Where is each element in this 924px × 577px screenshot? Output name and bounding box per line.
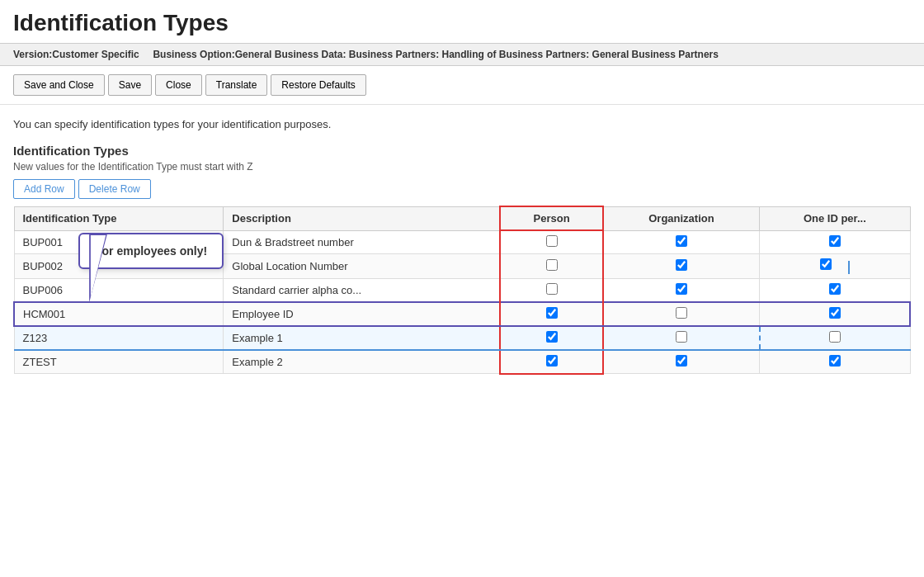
cell-organization[interactable] <box>603 326 760 350</box>
callout-container: For employees only! <box>78 233 224 269</box>
page-title: Identification Types <box>0 0 924 43</box>
table-row: ZTESTExample 2 <box>14 350 910 374</box>
intro-text: You can specify identification types for… <box>13 118 911 130</box>
checkbox-person[interactable] <box>546 235 558 247</box>
cell-description: Standard carrier alpha co... <box>224 278 501 302</box>
callout-arrow-icon <box>78 233 136 307</box>
checkbox-organization[interactable] <box>676 331 687 343</box>
section-title: Identification Types <box>13 144 911 158</box>
cell-organization[interactable] <box>603 350 760 374</box>
sub-note: New values for the Identification Type m… <box>13 161 911 173</box>
checkbox-organization[interactable] <box>676 235 687 247</box>
delete-row-button[interactable]: Delete Row <box>78 179 151 199</box>
col-header-one-id: One ID per... <box>760 206 910 230</box>
cell-person[interactable] <box>500 278 602 302</box>
checkbox-one-id[interactable] <box>829 307 841 319</box>
version-label: Version: <box>13 49 52 60</box>
checkbox-one-id[interactable] <box>829 331 841 343</box>
checkbox-organization[interactable] <box>676 355 687 367</box>
close-button[interactable]: Close <box>155 74 202 96</box>
cell-one-id[interactable] <box>760 254 910 279</box>
checkbox-person[interactable] <box>546 283 558 295</box>
restore-defaults-button[interactable]: Restore Defaults <box>271 74 365 96</box>
content-area: For employees only! You can specify iden… <box>0 105 924 388</box>
cell-id: Z123 <box>14 326 224 350</box>
col-header-person: Person <box>500 206 602 230</box>
table-actions: Add Row Delete Row <box>13 179 911 199</box>
table-row: BUP006Standard carrier alpha co... <box>14 278 910 302</box>
checkbox-one-id[interactable] <box>829 355 841 367</box>
col-header-description: Description <box>224 206 501 230</box>
cell-description: Dun & Bradstreet number <box>224 230 501 254</box>
cell-person[interactable] <box>500 326 602 350</box>
checkbox-organization[interactable] <box>676 307 687 319</box>
cell-description: Example 2 <box>224 350 501 374</box>
cell-person[interactable] <box>500 302 602 326</box>
cell-one-id[interactable] <box>760 326 910 350</box>
toolbar: Save and Close Save Close Translate Rest… <box>0 66 924 105</box>
version-bar: Version:Customer Specific Business Optio… <box>0 43 924 66</box>
save-button[interactable]: Save <box>108 74 152 96</box>
cell-description: Example 1 <box>224 326 501 350</box>
cell-person[interactable] <box>500 350 602 374</box>
checkbox-one-id[interactable] <box>829 235 841 247</box>
cell-person[interactable] <box>500 230 602 254</box>
text-cursor-icon <box>848 261 850 274</box>
cell-description: Employee ID <box>224 302 501 326</box>
cell-one-id[interactable] <box>760 350 910 374</box>
version-value: Customer Specific <box>52 49 139 60</box>
business-option-value: General Business Data: Business Partners… <box>235 49 719 60</box>
col-header-organization: Organization <box>603 206 760 230</box>
add-row-button[interactable]: Add Row <box>13 179 75 199</box>
checkbox-organization[interactable] <box>676 259 687 271</box>
checkbox-person[interactable] <box>546 331 558 343</box>
table-row: Z123Example 1 <box>14 326 910 350</box>
checkbox-person[interactable] <box>546 259 558 271</box>
cell-organization[interactable] <box>603 254 760 279</box>
business-option-label: Business Option: <box>153 49 234 60</box>
save-and-close-button[interactable]: Save and Close <box>13 74 105 96</box>
cell-person[interactable] <box>500 254 602 279</box>
cell-one-id[interactable] <box>760 230 910 254</box>
table-row: HCM001Employee ID <box>14 302 910 326</box>
checkbox-one-id[interactable] <box>829 283 841 295</box>
cell-description: Global Location Number <box>224 254 501 279</box>
cell-one-id[interactable] <box>760 302 910 326</box>
identification-types-table: Identification Type Description Person O… <box>13 206 911 375</box>
checkbox-one-id[interactable] <box>820 258 832 270</box>
cell-organization[interactable] <box>603 278 760 302</box>
checkbox-person[interactable] <box>546 355 558 367</box>
checkbox-person[interactable] <box>546 307 558 319</box>
cell-organization[interactable] <box>603 302 760 326</box>
checkbox-organization[interactable] <box>676 283 687 295</box>
translate-button[interactable]: Translate <box>205 74 268 96</box>
col-header-id: Identification Type <box>14 206 224 230</box>
cell-one-id[interactable] <box>760 278 910 302</box>
cell-organization[interactable] <box>603 230 760 254</box>
cell-id: ZTEST <box>14 350 224 374</box>
